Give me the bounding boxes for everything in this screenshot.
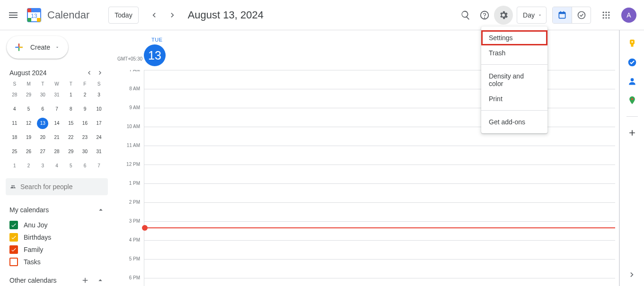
next-day-button[interactable] <box>163 6 182 25</box>
keep-icon[interactable] <box>627 39 637 48</box>
hour-row[interactable]: 1 PM <box>144 183 615 202</box>
my-calendars-header[interactable]: My calendars <box>6 204 108 216</box>
mini-day[interactable]: 2 <box>79 89 90 101</box>
mini-day[interactable]: 22 <box>65 132 77 143</box>
mini-day[interactable]: 3 <box>93 89 105 101</box>
mini-day[interactable]: 6 <box>79 160 90 172</box>
mini-day[interactable]: 16 <box>79 118 90 129</box>
calendar-item[interactable]: Family <box>6 243 108 256</box>
mini-day[interactable]: 28 <box>51 146 62 157</box>
contacts-icon[interactable] <box>627 77 637 86</box>
maps-icon[interactable] <box>627 95 637 105</box>
svg-point-14 <box>608 11 609 13</box>
mini-day[interactable]: 5 <box>23 104 35 115</box>
today-button[interactable]: Today <box>108 7 138 24</box>
mini-day[interactable]: 8 <box>65 104 77 115</box>
mini-day[interactable]: 4 <box>51 160 62 172</box>
menu-item-settings[interactable]: Settings <box>481 30 547 45</box>
mini-day[interactable]: 12 <box>23 118 35 129</box>
mini-day[interactable]: 20 <box>37 132 48 143</box>
tasks-icon[interactable] <box>627 58 637 67</box>
account-avatar[interactable]: A <box>621 8 636 23</box>
chevron-right-icon <box>97 69 104 77</box>
menu-item-print[interactable]: Print <box>481 91 547 106</box>
mini-day[interactable]: 15 <box>65 118 77 129</box>
menu-item-density-and-color[interactable]: Density and color <box>481 69 547 91</box>
calendar-checkbox[interactable] <box>9 258 18 266</box>
add-addon-button[interactable] <box>627 128 637 138</box>
hour-row[interactable]: 6 PM <box>144 278 615 286</box>
calendar-checkbox[interactable] <box>9 233 18 242</box>
hour-row[interactable]: 4 PM <box>144 240 615 259</box>
support-button[interactable] <box>475 6 494 25</box>
search-people[interactable] <box>6 178 108 195</box>
mini-day[interactable]: 30 <box>37 89 48 101</box>
mini-day[interactable]: 6 <box>37 104 48 115</box>
mini-next-button[interactable] <box>95 67 106 78</box>
hour-label: 4 PM <box>117 237 140 243</box>
other-calendars-header[interactable]: Other calendars <box>6 271 108 286</box>
hour-row[interactable]: 3 PM <box>144 221 615 240</box>
tasks-toggle[interactable] <box>572 7 591 23</box>
mini-day[interactable]: 4 <box>9 104 20 115</box>
calendar-checkbox[interactable] <box>9 221 18 229</box>
mini-day[interactable]: 7 <box>51 104 62 115</box>
calendar-label: Birthdays <box>24 234 51 241</box>
calendar-item[interactable]: Anu Joy <box>6 219 108 231</box>
calendar-item[interactable]: Tasks <box>6 256 108 268</box>
hour-row[interactable]: 5 PM <box>144 259 615 278</box>
mini-day[interactable]: 5 <box>65 160 77 172</box>
mini-day[interactable]: 19 <box>23 132 35 143</box>
app-logo[interactable]: 13 Calendar <box>25 6 89 25</box>
svg-point-11 <box>578 11 585 18</box>
hour-row[interactable]: 12 PM <box>144 165 615 183</box>
mini-day[interactable]: 27 <box>37 146 48 157</box>
mini-day[interactable]: 1 <box>9 160 20 172</box>
mini-day[interactable]: 29 <box>23 89 35 101</box>
mini-day[interactable]: 1 <box>65 89 77 101</box>
google-apps-button[interactable] <box>597 6 616 25</box>
search-people-input[interactable] <box>20 183 103 191</box>
mini-day[interactable]: 21 <box>51 132 62 143</box>
mini-day[interactable]: 11 <box>9 118 20 129</box>
people-icon <box>10 182 16 191</box>
prev-day-button[interactable] <box>144 6 163 25</box>
calendar-item[interactable]: Birthdays <box>6 231 108 243</box>
add-other-calendar-button[interactable] <box>78 273 93 286</box>
settings-button[interactable] <box>494 6 513 25</box>
svg-rect-10 <box>564 11 565 12</box>
mini-day[interactable]: 26 <box>23 146 35 157</box>
calendar-checkbox[interactable] <box>9 245 18 254</box>
menu-item-get-add-ons[interactable]: Get add-ons <box>481 114 547 130</box>
calendar-toggle[interactable] <box>553 7 572 23</box>
mini-day[interactable]: 7 <box>93 160 105 172</box>
mini-prev-button[interactable] <box>83 67 95 78</box>
create-button[interactable]: Create <box>7 36 68 59</box>
search-button[interactable] <box>456 6 475 25</box>
mini-day[interactable]: 2 <box>23 160 35 172</box>
expand-other-calendars-button[interactable] <box>93 273 108 286</box>
mini-day[interactable]: 23 <box>79 132 90 143</box>
mini-day[interactable]: 3 <box>37 160 48 172</box>
hour-row[interactable]: 2 PM <box>144 202 615 221</box>
mini-day[interactable]: 31 <box>51 89 62 101</box>
hour-row[interactable]: 11 AM <box>144 146 615 165</box>
mini-day[interactable]: 14 <box>51 118 62 129</box>
mini-day[interactable]: 25 <box>9 146 20 157</box>
mini-day[interactable]: 29 <box>65 146 77 157</box>
menu-item-trash[interactable]: Trash <box>481 45 547 61</box>
mini-day[interactable]: 17 <box>93 118 105 129</box>
main-menu-button[interactable] <box>4 6 23 25</box>
mini-day[interactable]: 9 <box>79 104 90 115</box>
view-switcher[interactable]: Day <box>517 7 547 24</box>
mini-day[interactable]: 10 <box>93 104 105 115</box>
date-circle[interactable]: 13 <box>144 44 166 66</box>
hide-side-panel-button[interactable] <box>627 270 637 279</box>
mini-day[interactable]: 18 <box>9 132 20 143</box>
mini-day[interactable]: 24 <box>93 132 105 143</box>
svg-point-18 <box>603 17 604 18</box>
mini-day[interactable]: 30 <box>79 146 90 157</box>
mini-day[interactable]: 28 <box>9 89 20 101</box>
mini-day[interactable]: 13 <box>37 118 48 129</box>
mini-day[interactable]: 31 <box>93 146 105 157</box>
